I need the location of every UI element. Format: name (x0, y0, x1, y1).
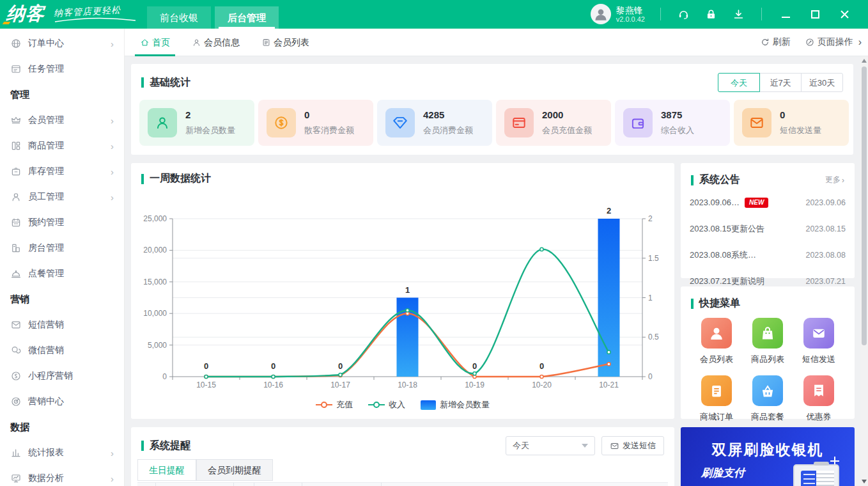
goods-icon (10, 140, 22, 152)
legend-item-收入[interactable]: 收入 (368, 399, 405, 411)
svg-text:10-20: 10-20 (532, 380, 552, 388)
customer-service-icon[interactable] (678, 8, 690, 20)
window-controls (771, 0, 859, 29)
sidebar-item-sms-marketing[interactable]: 短信营销 (0, 312, 124, 338)
app-logo: 纳客 (6, 1, 46, 27)
quick-menu-title: 快捷菜单 (699, 297, 740, 310)
sidebar-item-wechat-marketing[interactable]: 微信营销 (0, 338, 124, 363)
quick-menu-coupon[interactable]: 优惠券 (793, 375, 844, 423)
sidebar-item-miniapp-marketing[interactable]: 小程序营销 (0, 363, 124, 389)
announcement-date: 2023.09.06 (805, 198, 846, 207)
announcement-row[interactable]: 2023.08.08系统…2023.08.08 (690, 242, 846, 268)
top-bar: 纳客 纳客管店更轻松 前台收银后台管理 黎燕锋 v2.0.0.42 (0, 0, 868, 29)
lock-icon[interactable] (705, 8, 717, 20)
mail-icon (742, 108, 771, 137)
stat-value: 0 (780, 109, 821, 120)
sidebar-item-stock-mgmt[interactable]: 库存管理› (0, 159, 124, 184)
stat-label: 综合收入 (661, 125, 694, 136)
chart-legend: 充值收入新增会员数量 (131, 399, 674, 411)
stat-value: 3875 (661, 109, 694, 120)
quick-menu-mall-orders[interactable]: 商城订单 (691, 375, 742, 423)
legend-item-新增会员数量[interactable]: 新增会员数量 (421, 399, 490, 411)
download-icon[interactable] (732, 8, 745, 20)
send-sms-button[interactable]: 发送短信 (601, 436, 664, 455)
tab-home[interactable]: 首页 (134, 29, 176, 56)
reminder-date-select[interactable]: 今天 (506, 436, 595, 455)
scrollbar-down-arrow[interactable] (860, 477, 868, 486)
reminder-tab-会员到期提醒[interactable]: 会员到期提醒 (196, 459, 273, 481)
home-icon (140, 38, 150, 47)
svg-text:1: 1 (405, 285, 410, 295)
announcement-row[interactable]: 2023.09.06…NEW2023.09.06 (690, 189, 846, 216)
stat-card-sms-count: 0短信发送量 (734, 100, 849, 146)
page-operations-button[interactable]: 页面操作 (805, 36, 853, 48)
sidebar-item-dining-mgmt[interactable]: 点餐管理 (0, 261, 124, 286)
quick-menu-goods-list[interactable]: 商品列表 (742, 318, 793, 365)
globe-icon (10, 38, 22, 49)
sidebar-item-booking-mgmt[interactable]: 预约管理 (0, 210, 124, 235)
stat-card-new-members: 2新增会员数量 (139, 100, 254, 146)
svg-text:0: 0 (162, 372, 167, 381)
chevron-down-icon (582, 444, 588, 448)
weekly-chart: 000100205,00010,00015,00020,00025,00000.… (134, 196, 671, 388)
top-nav-front-cashier[interactable]: 前台收银 (147, 6, 211, 29)
svg-text:10-18: 10-18 (398, 380, 417, 388)
top-nav-backend-admin[interactable]: 后台管理 (215, 6, 279, 29)
vertical-scrollbar (860, 56, 868, 486)
svg-text:2: 2 (648, 214, 653, 223)
scrollbar-thumb[interactable] (862, 67, 867, 345)
sidebar-item-staff-mgmt[interactable]: 员工管理› (0, 184, 124, 210)
quick-menu-goods-package[interactable]: 商品套餐 (742, 375, 793, 423)
maximize-button[interactable] (800, 0, 830, 29)
close-button[interactable] (830, 0, 859, 29)
filter-近30天[interactable]: 近30天 (801, 73, 843, 92)
announcements-more-link[interactable]: 更多› (825, 175, 844, 185)
filter-今天[interactable]: 今天 (718, 73, 760, 92)
chevron-right-icon: › (111, 141, 114, 152)
quick-menu-label: 短信发送 (793, 354, 844, 365)
system-reminder-card: 系统提醒 今天 发送短信 生日提醒会员到期提醒 (131, 427, 674, 486)
target-icon (10, 396, 22, 407)
quick-menu-sms-send[interactable]: 短信发送 (793, 318, 844, 365)
qdoc-icon (701, 375, 732, 406)
tab-bar: 首页会员信息会员列表 刷新 页面操作 › (125, 29, 868, 56)
sidebar-item-data-analysis[interactable]: 数据分析› (0, 466, 124, 486)
miniapp-icon (10, 370, 22, 382)
sidebar-item-marketing-center[interactable]: 营销中心 (0, 389, 124, 414)
svg-text:10-16: 10-16 (263, 380, 283, 388)
announcement-date: 2023.07.21 (805, 277, 846, 286)
sidebar-section-management: 管理 (0, 82, 124, 107)
legend-item-充值[interactable]: 充值 (316, 399, 353, 411)
announcement-row[interactable]: 2023.08.15更新公告2023.08.15 (690, 216, 846, 242)
sidebar-item-goods-mgmt[interactable]: 商品管理› (0, 133, 124, 159)
reminder-tab-生日提醒[interactable]: 生日提醒 (137, 459, 196, 481)
weekly-chart-title: 一周数据统计 (150, 172, 211, 185)
sidebar-item-member-mgmt[interactable]: 会员管理› (0, 107, 124, 133)
qbasket-icon (752, 375, 783, 406)
filter-近7天[interactable]: 近7天 (759, 73, 802, 92)
sidebar-item-task-mgmt[interactable]: 任务管理 (0, 56, 124, 82)
minimize-button[interactable] (771, 0, 800, 29)
svg-text:1.5: 1.5 (648, 254, 659, 263)
svg-text:2: 2 (607, 206, 611, 216)
avatar[interactable] (591, 4, 611, 24)
quick-menu-label: 会员列表 (691, 354, 742, 365)
tab-member-info[interactable]: 会员信息 (185, 29, 246, 56)
chevron-right-icon[interactable]: › (858, 36, 862, 48)
quick-menu-card: 快捷菜单 会员列表商品列表短信发送商城订单商品套餐优惠券 (681, 286, 855, 419)
scrollbar-up-arrow[interactable] (860, 56, 868, 65)
tab-member-list[interactable]: 会员列表 (255, 29, 316, 56)
basic-stats-title: 基础统计 (150, 76, 190, 90)
sidebar-item-room-mgmt[interactable]: 房台管理 (0, 235, 124, 261)
chevron-right-icon: › (111, 115, 114, 126)
refresh-button[interactable]: 刷新 (760, 36, 791, 48)
svg-text:0.5: 0.5 (648, 333, 659, 341)
ad-banner[interactable]: 双屏刷脸收银机 刷脸支付 (681, 427, 855, 486)
chevron-right-icon: › (111, 38, 114, 49)
announcement-date: 2023.08.15 (805, 224, 846, 233)
sidebar-item-stats-report[interactable]: 统计报表› (0, 440, 124, 466)
announcements-title: 系统公告 (699, 173, 740, 187)
quick-menu-member-list[interactable]: 会员列表 (691, 318, 742, 365)
svg-text:0: 0 (472, 361, 477, 371)
sidebar-item-order-center[interactable]: 订单中心› (0, 31, 124, 56)
